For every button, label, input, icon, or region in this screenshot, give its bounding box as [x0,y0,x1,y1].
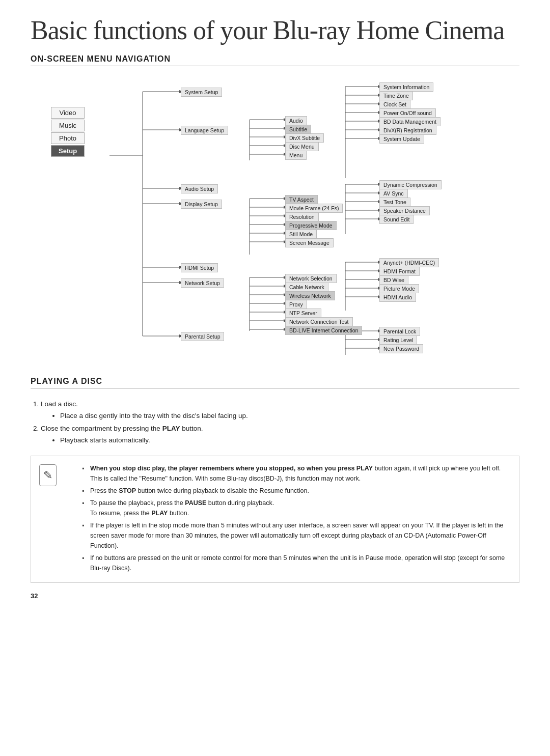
menu-hdmi-setup[interactable]: HDMI Setup [181,263,218,272]
menu-rating-level[interactable]: Rating Level [379,335,417,345]
menu-wireless-network[interactable]: Wireless Network [285,291,335,300]
nav-video[interactable]: Video [51,107,85,119]
step-1: Load a disc. Place a disc gently into th… [41,399,519,422]
menu-disc-menu[interactable]: Disc Menu [285,142,319,151]
menu-power-onoff[interactable]: Power On/Off sound [379,108,436,118]
playing-steps-list: Load a disc. Place a disc gently into th… [41,399,519,446]
note-3: To pause the playback, press the PAUSE b… [82,498,511,518]
menu-network-connection-test[interactable]: Network Connection Test [285,317,353,326]
menu-ntp-server[interactable]: NTP Server [285,309,321,318]
menu-speaker-distance[interactable]: Speaker Distance [379,206,430,215]
nav-music[interactable]: Music [51,120,85,131]
menu-system-update[interactable]: System Update [379,134,424,144]
note-4: If the player is left in the stop mode m… [82,520,511,551]
menu-clock-set[interactable]: Clock Set [379,100,410,109]
step-2-bold: PLAY [162,425,180,432]
menu-hdmi-audio[interactable]: HDMI Audio [379,293,416,302]
menu-diagram: Video Music Photo Setup System Setup Lan… [31,76,519,361]
step-1-bullet-1: Place a disc gently into the tray with t… [60,410,519,422]
step-2-bullets: Playback starts automatically. [60,435,519,446]
nav-photo[interactable]: Photo [51,132,85,144]
menu-test-tone[interactable]: Test Tone [379,198,410,207]
section-heading-playing: PLAYING A DISC [31,377,519,388]
nav-sidebar: Video Music Photo Setup [51,107,85,158]
menu-tv-aspect[interactable]: TV Aspect [285,195,318,204]
menu-cable-network[interactable]: Cable Network [285,283,328,292]
menu-display-setup[interactable]: Display Setup [181,200,222,209]
menu-parental-setup[interactable]: Parental Setup [181,332,224,341]
step-2: Close the compartment by pressing the PL… [41,423,519,446]
section-heading-navigation: ON-SCREEN MENU NAVIGATION [31,54,519,66]
menu-network-selection[interactable]: Network Selection [285,274,337,283]
menu-picture-mode[interactable]: Picture Mode [379,284,419,293]
menu-sound-edit[interactable]: Sound Edit [379,215,414,224]
notes-list: When you stop disc play, the player reme… [82,463,511,573]
menu-movie-frame[interactable]: Movie Frame (24 Fs) [285,204,343,213]
menu-divx-registration[interactable]: DivX(R) Registration [379,126,436,135]
menu-resolution[interactable]: Resolution [285,212,319,221]
menu-bdlive[interactable]: BD-LIVE Internet Connection [285,326,362,335]
menu-menu[interactable]: Menu [285,151,307,160]
menu-anynet[interactable]: Anynet+ (HDMI-CEC) [379,258,439,267]
menu-progressive-mode[interactable]: Progressive Mode [285,221,337,230]
note-1: When you stop disc play, the player reme… [82,463,511,484]
menu-network-setup[interactable]: Network Setup [181,278,224,288]
menu-subtitle[interactable]: Subtitle [285,125,311,134]
menu-time-zone[interactable]: Time Zone [379,91,413,100]
menu-system-setup[interactable]: System Setup [181,88,222,97]
nav-setup[interactable]: Setup [51,145,85,157]
page-title: Basic functions of your Blu-ray Home Cin… [31,15,519,45]
menu-audio-setup[interactable]: Audio Setup [181,184,218,193]
step-1-bullets: Place a disc gently into the tray with t… [60,410,519,422]
menu-hdmi-format[interactable]: HDMI Format [379,267,420,276]
menu-bd-wise[interactable]: BD Wise [379,275,408,285]
menu-still-mode[interactable]: Still Mode [285,230,317,239]
note-box: ✎ When you stop disc play, the player re… [31,456,519,583]
step-2-text: Close the compartment by pressing the PL… [41,425,203,432]
menu-audio[interactable]: Audio [285,116,307,125]
step-1-text: Load a disc. [41,400,78,408]
menu-dynamic-compression[interactable]: Dynamic Compression [379,180,442,189]
note-content: When you stop disc play, the player reme… [63,463,511,575]
menu-av-sync[interactable]: AV Sync [379,189,408,198]
menu-parental-lock[interactable]: Parental Lock [379,327,420,336]
menu-language-setup[interactable]: Language Setup [181,126,228,135]
menu-screen-message[interactable]: Screen Message [285,238,334,247]
menu-system-information[interactable]: System Information [379,82,433,92]
menu-new-password[interactable]: New Password [379,344,423,353]
menu-divx-subtitle[interactable]: DivX Subtitle [285,133,324,143]
menu-bd-data-mgmt[interactable]: BD Data Management [379,117,441,126]
menu-proxy[interactable]: Proxy [285,300,307,309]
diagram-svg [31,76,519,361]
note-5: If no buttons are pressed on the unit or… [82,553,511,573]
note-2: Press the STOP button twice during playb… [82,486,511,496]
playing-disc-content: Load a disc. Place a disc gently into th… [31,399,519,583]
note-icon: ✎ [39,464,57,486]
step-2-bullet-1: Playback starts automatically. [60,435,519,446]
page-number: 32 [31,592,519,600]
